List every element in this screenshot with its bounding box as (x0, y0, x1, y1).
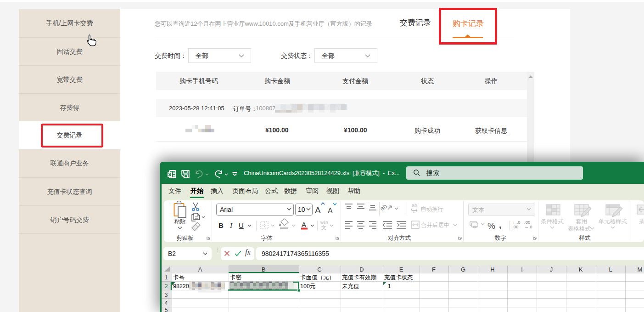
svg-text:E: E (399, 266, 403, 273)
svg-text:B: B (218, 221, 224, 229)
svg-text:Arial: Arial (220, 206, 233, 213)
svg-text:5: 5 (165, 307, 168, 312)
svg-text:M: M (638, 266, 643, 273)
svg-text:对齐方式: 对齐方式 (388, 235, 411, 241)
svg-text:4: 4 (165, 300, 168, 306)
svg-text:卡密: 卡密 (230, 274, 242, 281)
svg-text:ab: ab (412, 203, 417, 208)
svg-text:G: G (461, 266, 465, 273)
svg-text:H: H (490, 266, 494, 273)
svg-text:充值卡有效期: 充值卡有效期 (342, 274, 376, 281)
svg-text:L: L (609, 266, 612, 273)
svg-text:D: D (359, 266, 364, 273)
svg-text:单元格样式: 单元格样式 (599, 218, 627, 225)
svg-text:I: I (230, 222, 233, 229)
svg-text:文: 文 (321, 225, 326, 230)
svg-text:98220: 98220 (173, 283, 189, 289)
svg-text:表格格式: 表格格式 (568, 226, 591, 232)
svg-text:卡号: 卡号 (173, 274, 185, 281)
svg-text:A: A (198, 266, 202, 273)
svg-text:I: I (521, 266, 523, 273)
svg-text:未充值: 未充值 (342, 283, 359, 289)
svg-text:A: A (315, 205, 321, 215)
svg-text:,: , (499, 220, 502, 230)
svg-text:自动换行: 自动换行 (420, 206, 443, 212)
svg-text:10: 10 (298, 206, 305, 213)
svg-text:文本: 文本 (472, 206, 484, 213)
svg-text:C: C (317, 266, 321, 273)
svg-text:粘贴: 粘贴 (174, 218, 186, 225)
svg-text:卡面值（元）: 卡面值（元） (300, 274, 335, 281)
svg-text:F: F (432, 266, 436, 273)
svg-text:.00: .00 (512, 224, 518, 229)
svg-text:条件格式: 条件格式 (541, 218, 564, 225)
svg-text:J: J (550, 266, 553, 273)
svg-text:数字: 数字 (495, 235, 507, 241)
svg-text:K: K (579, 266, 583, 273)
svg-text:wén: wén (320, 220, 328, 225)
svg-text:A: A (302, 221, 306, 228)
svg-text:A: A (328, 207, 333, 215)
svg-text:2: 2 (165, 283, 168, 289)
svg-text:100元: 100元 (300, 283, 315, 289)
svg-text:U: U (239, 221, 244, 229)
svg-text:3: 3 (165, 292, 168, 298)
svg-text:c: c (413, 209, 415, 214)
svg-text:合并后居中: 合并后居中 (420, 222, 450, 228)
svg-text:→.0: →.0 (524, 224, 532, 229)
svg-text:B: B (262, 266, 266, 273)
svg-text:剪贴板: 剪贴板 (176, 235, 194, 241)
svg-text:1: 1 (388, 283, 391, 289)
svg-text:样式: 样式 (579, 235, 591, 241)
svg-text:ab: ab (379, 203, 388, 212)
svg-text:1: 1 (165, 274, 168, 281)
svg-text:套用: 套用 (576, 218, 588, 225)
svg-text:字体: 字体 (261, 235, 273, 241)
svg-text:插: 插 (639, 218, 644, 225)
svg-text:%: % (487, 221, 495, 231)
svg-text:充值卡状态: 充值卡状态 (384, 274, 413, 281)
